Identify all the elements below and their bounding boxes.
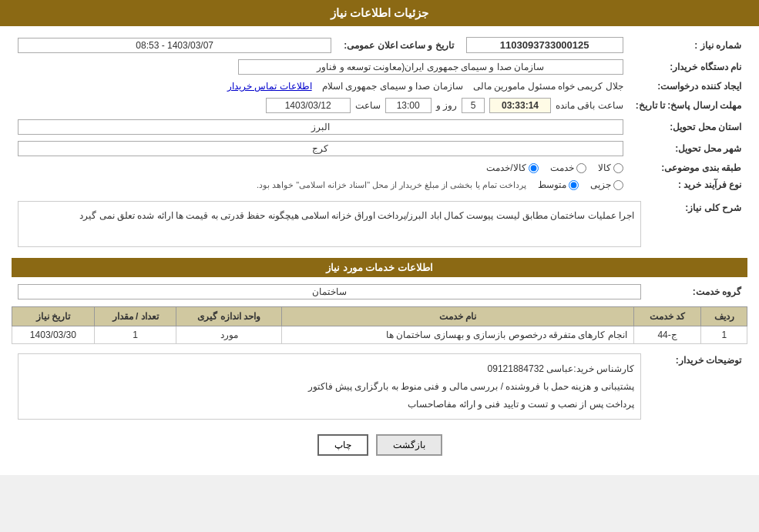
col-row-num: ردیف [701, 307, 747, 326]
process-motavaset-label: متوسط [538, 179, 566, 190]
creator-label: ایجاد کننده درخواست: [630, 78, 747, 95]
city-label: شهر محل تحویل: [630, 138, 747, 159]
process-description: پرداخت تمام یا بخشی از مبلغ خریدار از مح… [257, 180, 526, 190]
cell-row-num: 1 [701, 326, 747, 344]
col-date: تاریخ نیاز [12, 307, 95, 326]
process-jozii-label: جزیی [590, 179, 611, 190]
description-text: اجرا عملیات ساختمان مطابق لیست پیوست کما… [18, 201, 641, 247]
deadline-time-value: 13:00 [385, 98, 432, 113]
table-row: 1 ج-44 انجام کارهای متفرقه درخصوص بازساز… [12, 326, 747, 344]
cell-unit: مورد [176, 326, 282, 344]
province-label: استان محل تحویل: [630, 116, 747, 138]
category-kala-khadamat-label: کالا/خدمت [486, 162, 526, 173]
category-kala-option[interactable]: کالا [598, 162, 623, 173]
cell-service-code: ج-44 [633, 326, 701, 344]
col-service-name: نام خدمت [282, 307, 634, 326]
cell-quantity: 1 [94, 326, 176, 344]
category-kala-khadamat-option[interactable]: کالا/خدمت [486, 162, 538, 173]
back-button[interactable]: بازگشت [376, 434, 442, 456]
deadline-days-value: 5 [462, 98, 485, 113]
header-title: جزئیات اطلاعات نیاز [331, 6, 428, 19]
process-label: نوع فرآیند خرید : [630, 176, 747, 193]
col-service-code: کد خدمت [633, 307, 701, 326]
cell-date: 1403/03/30 [12, 326, 95, 344]
col-unit: واحد اندازه گیری [176, 307, 282, 326]
buyer-notes-text: کارشناس خرید:عباسی 09121884732پشتیبانی و… [18, 353, 641, 420]
deadline-time-label: ساعت [355, 100, 381, 111]
process-jozii-option[interactable]: جزیی [590, 179, 623, 190]
deadline-label: مهلت ارسال پاسخ: تا تاریخ: [630, 95, 747, 116]
announce-time-value: 1403/03/07 - 08:53 [18, 38, 331, 53]
col-quantity: تعداد / مقدار [94, 307, 176, 326]
button-row: بازگشت چاپ [12, 434, 747, 456]
province-value: البرز [18, 119, 623, 135]
services-section-header: اطلاعات خدمات مورد نیاز [12, 258, 747, 277]
need-number-label: شماره نیاز : [630, 34, 747, 56]
announce-time-label: تاریخ و ساعت اعلان عمومی: [338, 34, 459, 56]
process-motavaset-option[interactable]: متوسط [538, 179, 579, 190]
category-khadamat-label: خدمت [550, 162, 574, 173]
page-header: جزئیات اطلاعات نیاز [0, 0, 759, 26]
buyer-notes-label: توضیحات خریدار: [647, 350, 747, 423]
service-group-label: گروه خدمت: [647, 281, 747, 303]
service-group-value: ساختمان [18, 284, 641, 299]
buyer-org-label: نام دستگاه خریدار: [630, 56, 747, 78]
deadline-date: 1403/03/12 [266, 98, 351, 113]
city-value: کرج [18, 141, 623, 156]
buyer-org-value: سازمان صدا و سیمای جمهوری ایران(معاونت ت… [238, 59, 623, 75]
deadline-days-label: روز و [436, 100, 457, 111]
need-number-value: 1103093733000125 [466, 37, 623, 53]
category-kala-label: کالا [598, 162, 611, 173]
remaining-value: 03:33:14 [489, 98, 551, 113]
category-khadamat-option[interactable]: خدمت [550, 162, 586, 173]
creator-contact-link[interactable]: اطلاعات تماس خریدار [227, 81, 312, 92]
creator-name: جلال کریمی خواه مسئول مامورین مالی [473, 81, 623, 92]
category-label: طبقه بندی موضوعی: [630, 159, 747, 176]
description-label: شرح کلی نیاز: [647, 198, 747, 250]
cell-service-name: انجام کارهای متفرقه درخصوص بازسازی و بهس… [282, 326, 634, 344]
print-button[interactable]: چاپ [317, 434, 368, 456]
creator-org: سازمان صدا و سیمای جمهوری اسلام [322, 81, 463, 92]
remaining-label: ساعت باقی مانده [556, 100, 623, 111]
